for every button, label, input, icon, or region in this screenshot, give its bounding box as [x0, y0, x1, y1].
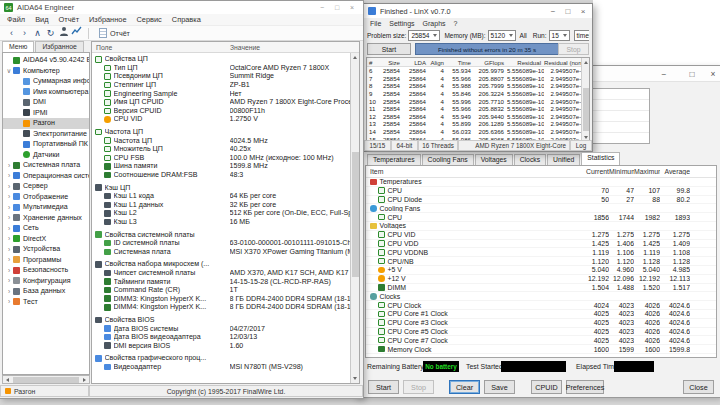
sensor-row[interactable]: CPU VID1.2751.2751.2751.275: [366, 231, 716, 240]
result-row[interactable]: 72585425864455.966205.88075.556089e-102.…: [367, 75, 589, 83]
scroll-left-icon[interactable]: [3, 376, 12, 383]
field-row[interactable]: Шина памяти1599.8 MHz: [92, 162, 350, 171]
result-row[interactable]: 122585425864455.949205.94405.556089e-102…: [367, 113, 589, 121]
tab-unified[interactable]: Unified: [547, 154, 580, 165]
field-row[interactable]: Имя ЦП CPUIDAMD Ryzen 7 1800X Eight-Core…: [92, 98, 350, 107]
field-row[interactable]: DMI версия BIOS1.60: [92, 341, 350, 350]
tab-favorites[interactable]: Избранное: [35, 41, 83, 52]
column-header[interactable]: #: [367, 59, 377, 66]
linx-titlebar[interactable]: Finished - LinX v0.7.0 − □ ×: [364, 4, 592, 18]
tree-item[interactable]: ›DirectX: [3, 234, 89, 245]
run-count-select[interactable]: 15: [549, 30, 570, 41]
tree-item[interactable]: ›Конфигурация: [3, 276, 89, 287]
menu-item[interactable]: Отчёт: [54, 15, 84, 24]
column-header[interactable]: Current: [558, 168, 609, 175]
tab-cooling-fans[interactable]: Cooling Fans: [422, 154, 474, 165]
stop-button[interactable]: Stop: [403, 380, 434, 394]
up-icon[interactable]: ∧: [31, 27, 44, 40]
tree-item[interactable]: ›Системная плата: [3, 160, 89, 171]
result-row[interactable]: 132585425864455.899206.12895.556089e-102…: [367, 120, 589, 128]
section-header-row[interactable]: Свойства набора микросхем (...: [92, 260, 350, 269]
tree-item[interactable]: ›Устройства: [3, 244, 89, 255]
expand-arrow-icon[interactable]: ›: [5, 298, 13, 305]
field-row[interactable]: Кэш L2512 КБ per core (On-Die, ECC, Full…: [92, 209, 350, 218]
result-row[interactable]: 112585425864455.966205.88325.556089e-102…: [367, 105, 589, 113]
tree-item[interactable]: ›Хранение данных: [3, 213, 89, 224]
tree-item[interactable]: ›Программы: [3, 255, 89, 266]
field-row[interactable]: Псевдоним ЦПSummit Ridge: [92, 72, 350, 81]
tree-item[interactable]: Портативный ПК: [3, 139, 89, 150]
field-row[interactable]: Чипсет системной платыAMD X370, AMD K17 …: [92, 269, 350, 278]
field-row[interactable]: Дата BIOS системы04/27/2017: [92, 324, 350, 333]
maximize-icon[interactable]: □: [561, 4, 575, 18]
tree-item[interactable]: Датчики: [3, 150, 89, 161]
sensor-row[interactable]: +5 V5.0404.9605.0404.985: [366, 266, 716, 275]
result-row[interactable]: 82585425864455.988205.79995.556089e-102.…: [367, 82, 589, 90]
value-column-header[interactable]: Значение: [230, 44, 260, 51]
tree-item[interactable]: IPMI: [3, 108, 89, 119]
tree-item[interactable]: ›Тест: [3, 297, 89, 308]
sensor-row[interactable]: CPU VDDNB1.1191.1061.1191.108: [366, 248, 716, 257]
expand-arrow-icon[interactable]: ∨: [5, 67, 13, 75]
tree-item[interactable]: DMI: [3, 97, 89, 108]
menu-item[interactable]: Graphs: [419, 20, 450, 27]
section-header-row[interactable]: Свойства ЦП: [92, 55, 350, 64]
tree-item[interactable]: Суммарная информация: [3, 76, 89, 87]
sensor-row[interactable]: CPU Core #5 Clock4025402340264024.6: [366, 328, 716, 337]
field-row[interactable]: Системная платаMSI X370 XPower Gaming Ti…: [92, 247, 350, 256]
menu-item[interactable]: Сервис: [132, 15, 167, 24]
expand-arrow-icon[interactable]: ›: [5, 204, 13, 211]
result-row[interactable]: 62585425864455.934205.99795.556089e-102.…: [367, 67, 589, 75]
main-vscrollbar[interactable]: [350, 53, 359, 383]
expand-arrow-icon[interactable]: ›: [5, 256, 13, 263]
column-header[interactable]: Time: [447, 59, 474, 66]
field-row[interactable]: Кэш L1 кода64 КБ per core: [92, 192, 350, 201]
sensor-row[interactable]: CPU Clock4024402340264024.6: [366, 301, 716, 310]
aida-titlebar[interactable]: 64 AIDA64 Engineer − □ ×: [0, 1, 363, 14]
sensor-row[interactable]: DIMM1.5041.4881.5201.517: [366, 284, 716, 293]
sensor-row[interactable]: +12 V12.19212.09612.19212.113: [366, 275, 716, 284]
scrollbar-thumb[interactable]: [13, 377, 79, 383]
scroll-up-icon[interactable]: [582, 58, 589, 66]
scroll-down-icon[interactable]: [351, 374, 359, 383]
problem-size-select[interactable]: 25854: [408, 30, 440, 41]
field-row[interactable]: Тип ЦПOctalCore AMD Ryzen 7 1800X: [92, 64, 350, 73]
section-header-row[interactable]: Свойства BIOS: [92, 316, 350, 325]
run-unit-select[interactable]: times: [574, 30, 589, 41]
expand-arrow-icon[interactable]: ›: [5, 288, 13, 295]
expand-arrow-icon[interactable]: ›: [5, 183, 13, 190]
maximize-icon[interactable]: □: [685, 66, 699, 81]
section-header-row[interactable]: Частота ЦП: [92, 128, 350, 137]
field-row[interactable]: DIMM3: Kingston HyperX K...8 ГБ DDR4-240…: [92, 294, 350, 303]
sensor-row[interactable]: Memory Clock1600159916001599.8: [366, 345, 716, 354]
tree-item[interactable]: Электропитание: [3, 129, 89, 140]
field-row[interactable]: DIMM4: Kingston HyperX K...8 ГБ DDR4-240…: [92, 303, 350, 312]
sensor-row[interactable]: CPU/NB1.1201.1201.1281.128: [366, 257, 716, 266]
field-column-header[interactable]: Поле: [92, 44, 230, 51]
menu-item[interactable]: Файл: [2, 15, 30, 24]
minimize-icon[interactable]: −: [546, 4, 560, 18]
sensor-row[interactable]: CPU VDD1.4251.4061.4251.409: [366, 240, 716, 249]
memory-select[interactable]: 5120: [488, 30, 516, 41]
save-button[interactable]: Save: [484, 380, 515, 394]
column-header[interactable]: Minimum: [609, 168, 634, 175]
tree-item[interactable]: AIDA64 v5.90.4242 Beta: [3, 55, 89, 66]
field-row[interactable]: Command Rate (CR)1T: [92, 286, 350, 295]
column-header[interactable]: Size: [377, 59, 403, 66]
close-icon[interactable]: ×: [576, 4, 590, 18]
tree-item[interactable]: ›Операционная система: [3, 171, 89, 182]
tree-item[interactable]: ∨Компьютер: [3, 66, 89, 77]
column-header[interactable]: GFlops: [474, 59, 507, 66]
report-button[interactable]: Отчёт: [94, 27, 135, 40]
close-button[interactable]: Close: [683, 380, 714, 394]
menu-item[interactable]: Справка: [167, 15, 206, 24]
column-header[interactable]: Item: [366, 168, 558, 175]
close-icon[interactable]: ×: [706, 66, 720, 81]
sensor-row[interactable]: CPU Core #3 Clock4025402340264024.6: [366, 319, 716, 328]
expand-arrow-icon[interactable]: ›: [5, 235, 13, 242]
results-scrollbar[interactable]: [581, 58, 589, 141]
log-button[interactable]: Log: [570, 140, 592, 151]
tree-item[interactable]: Имя компьютера: [3, 87, 89, 98]
section-header-row[interactable]: Кэш ЦП: [92, 183, 350, 192]
refresh-icon[interactable]: ↻: [44, 27, 57, 40]
